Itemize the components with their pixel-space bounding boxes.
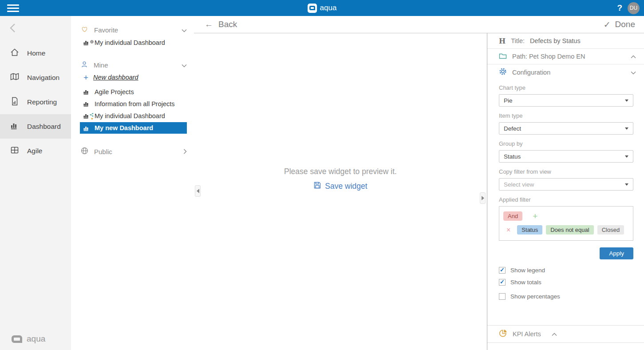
chevron-right-icon[interactable] bbox=[183, 148, 187, 155]
sidebar-item-agile[interactable]: Agile bbox=[0, 139, 71, 163]
add-condition-icon[interactable]: + bbox=[533, 212, 537, 220]
save-widget-label: Save widget bbox=[325, 182, 367, 191]
chevron-up-icon[interactable] bbox=[631, 53, 636, 60]
sidebar-footer-logo: aqua bbox=[0, 334, 71, 344]
tree-item-my-individual-dashboard[interactable]: ♥ My individual Dashboard bbox=[71, 110, 194, 122]
filter-field-chip[interactable]: Status bbox=[517, 225, 542, 235]
item-type-label: Item type bbox=[499, 112, 633, 119]
tree-item-my-new-dashboard[interactable]: My new Dashboard bbox=[80, 122, 187, 134]
done-check-icon: ✓ bbox=[604, 20, 611, 30]
tree-section-label: Mine bbox=[94, 61, 108, 69]
report-icon bbox=[10, 96, 20, 108]
sidebar-item-label: Agile bbox=[27, 147, 42, 155]
dashboard-tree-panel: Favorite My individual Dashboard bbox=[71, 16, 194, 350]
copy-filter-select[interactable]: Select view bbox=[499, 178, 633, 191]
title-value[interactable]: Defects by Status bbox=[530, 37, 581, 44]
chart-type-label: Chart type bbox=[499, 84, 633, 91]
back-label: Back bbox=[218, 20, 237, 29]
collapse-left-handle[interactable] bbox=[195, 185, 201, 197]
applied-filter-box: And + × Status Does not equal Closed bbox=[499, 206, 633, 241]
filter-value-chip[interactable]: Closed bbox=[597, 225, 624, 235]
show-percentages-option[interactable]: Show percentages bbox=[499, 293, 633, 300]
tree-item-label: My individual Dashboard bbox=[95, 112, 165, 119]
sidebar-item-dashboard[interactable]: Dashboard bbox=[0, 114, 71, 139]
widget-config-panel: H Title: Defects by Status Path: Pet Sho… bbox=[487, 33, 644, 350]
tree-item-information-all-projects[interactable]: Information from all Projects bbox=[71, 98, 194, 110]
show-legend-option[interactable]: Show legend bbox=[499, 267, 633, 274]
app-root: aqua ? DU Home Navigation bbox=[0, 0, 644, 350]
apply-button[interactable]: Apply bbox=[600, 247, 633, 259]
item-type-value: Defect bbox=[504, 125, 521, 132]
menu-icon[interactable] bbox=[7, 4, 19, 12]
show-totals-checkbox[interactable] bbox=[499, 279, 506, 286]
sidebar-item-label: Reporting bbox=[27, 98, 57, 106]
tree-section-mine[interactable]: Mine bbox=[71, 58, 194, 72]
tree-section-public[interactable]: Public bbox=[71, 145, 194, 158]
copy-filter-label: Copy filter from view bbox=[499, 168, 633, 175]
topbar-right: ? DU bbox=[617, 2, 644, 14]
topbar: aqua ? DU bbox=[0, 0, 644, 16]
tree-item-agile-projects[interactable]: Agile Projects bbox=[71, 86, 194, 98]
option-label: Show legend bbox=[510, 267, 545, 274]
tree-item-favorite-dashboard[interactable]: My individual Dashboard bbox=[71, 36, 194, 48]
sidebar-item-label: Navigation bbox=[27, 74, 59, 82]
chart-icon: ♥ bbox=[83, 113, 90, 119]
kpi-alerts-row[interactable]: KPI Alerts bbox=[487, 325, 644, 343]
chevron-down-icon[interactable] bbox=[182, 61, 187, 69]
chart-icon bbox=[83, 40, 90, 45]
sidebar-item-reporting[interactable]: Reporting bbox=[0, 90, 71, 114]
avatar[interactable]: DU bbox=[628, 2, 640, 14]
sidebar-item-home[interactable]: Home bbox=[0, 41, 71, 65]
title-row[interactable]: H Title: Defects by Status bbox=[487, 33, 644, 49]
aqua-footer-logo-icon bbox=[12, 335, 22, 343]
globe-icon bbox=[81, 147, 88, 156]
show-percentages-checkbox[interactable] bbox=[499, 293, 506, 300]
item-type-select[interactable]: Defect bbox=[499, 122, 633, 135]
dashboard-icon bbox=[10, 121, 20, 132]
folder-icon bbox=[499, 52, 507, 61]
group-by-value: Status bbox=[504, 153, 521, 160]
person-icon bbox=[81, 61, 88, 69]
kpi-alerts-label: KPI Alerts bbox=[513, 330, 541, 338]
configuration-row[interactable]: Configuration bbox=[487, 64, 644, 80]
group-by-select[interactable]: Status bbox=[499, 150, 633, 163]
heart-icon bbox=[81, 26, 88, 34]
copy-filter-placeholder: Select view bbox=[504, 181, 534, 188]
chart-type-select[interactable]: Pie bbox=[499, 94, 633, 107]
pie-chart-icon bbox=[499, 329, 507, 339]
chevron-down-icon[interactable] bbox=[631, 69, 636, 76]
save-widget-button[interactable]: Save widget bbox=[313, 181, 367, 191]
show-legend-checkbox[interactable] bbox=[499, 267, 506, 274]
tree-item-label: Agile Projects bbox=[95, 88, 134, 95]
path-row[interactable]: Path: Pet Shop Demo EN bbox=[487, 49, 644, 64]
tree-section-favorite[interactable]: Favorite bbox=[71, 23, 194, 36]
chart-icon bbox=[83, 125, 90, 131]
show-totals-option[interactable]: Show totals bbox=[499, 279, 633, 286]
sidebar-collapse-icon[interactable] bbox=[10, 23, 71, 35]
configuration-label: Configuration bbox=[512, 69, 550, 76]
chart-icon bbox=[83, 101, 90, 107]
heart-badge-icon: ♥ bbox=[91, 117, 93, 121]
chevron-down-icon[interactable] bbox=[182, 26, 187, 34]
widget-preview-area: Please save widget to preview it. Save w… bbox=[194, 33, 487, 350]
option-label: Show totals bbox=[510, 279, 541, 286]
chevron-up-icon[interactable] bbox=[552, 330, 557, 338]
caret-down-icon bbox=[625, 183, 628, 186]
content-area: ← Back ✓ Done Please save widget to prev… bbox=[194, 16, 644, 350]
save-icon bbox=[313, 181, 321, 191]
collapse-right-handle[interactable] bbox=[480, 192, 486, 204]
done-button[interactable]: ✓ Done bbox=[604, 20, 635, 30]
sidebar-item-label: Dashboard bbox=[27, 123, 61, 131]
remove-condition-icon[interactable]: × bbox=[506, 226, 510, 234]
back-arrow-icon: ← bbox=[205, 20, 213, 29]
back-button[interactable]: ← Back bbox=[205, 20, 237, 29]
tree-item-label: My individual Dashboard bbox=[95, 39, 165, 46]
sidebar-item-navigation[interactable]: Navigation bbox=[0, 65, 71, 90]
tree-item-label: Information from all Projects bbox=[95, 100, 175, 107]
filter-condition-chip[interactable]: Does not equal bbox=[546, 225, 593, 235]
filter-operator-chip[interactable]: And bbox=[503, 211, 522, 221]
help-button[interactable]: ? bbox=[617, 3, 622, 13]
new-dashboard-button[interactable]: + New dashboard bbox=[71, 72, 194, 83]
chart-type-value: Pie bbox=[504, 97, 513, 104]
display-options: Show legend Show totals Show percentages bbox=[499, 267, 633, 300]
